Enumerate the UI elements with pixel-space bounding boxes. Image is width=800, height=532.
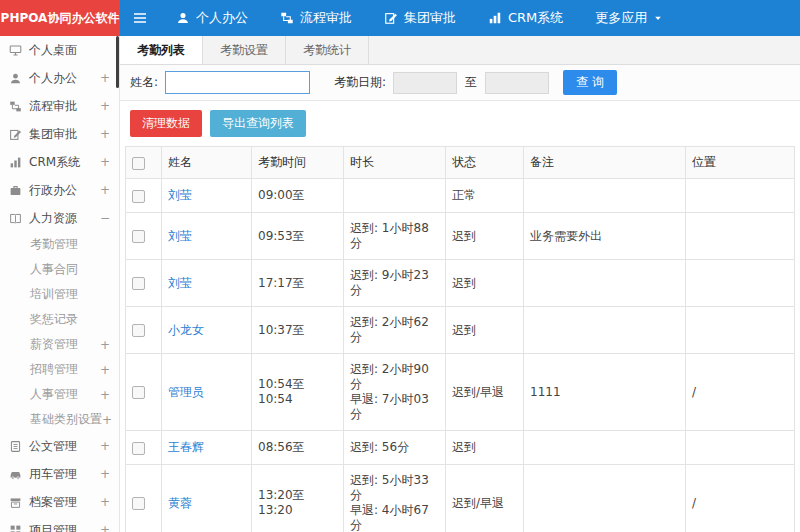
sidebar-item-group-approval[interactable]: 集团审批+	[0, 120, 119, 148]
expand-indicator: +	[100, 495, 110, 509]
column-header: 考勤时间	[252, 147, 344, 179]
sidebar-item-label: 人力资源	[29, 210, 77, 227]
sidebar-subitem-attendance-mgmt[interactable]: 考勤管理	[0, 232, 119, 257]
export-list-button[interactable]: 导出查询列表	[210, 110, 306, 137]
sidebar-subitem-salary-mgmt[interactable]: 薪资管理+	[0, 332, 119, 357]
layout: 个人桌面个人办公+流程审批+集团审批+CRM系统+行政办公+人力资源−考勤管理人…	[0, 36, 800, 532]
sidebar-item-personal-desktop[interactable]: 个人桌面	[0, 36, 119, 64]
flow-icon	[9, 100, 22, 113]
name-cell: 黄蓉	[162, 465, 252, 532]
nav-item-workflow-approval[interactable]: 流程审批	[264, 0, 368, 36]
nav-item-personal-office[interactable]: 个人办公	[160, 0, 264, 36]
row-checkbox[interactable]	[132, 190, 145, 203]
user-icon	[9, 72, 22, 85]
nav-item-more-apps[interactable]: 更多应用	[579, 0, 679, 36]
book-icon	[9, 212, 22, 225]
expand-indicator: +	[100, 155, 110, 169]
employee-name-link[interactable]: 刘莹	[168, 188, 192, 202]
name-filter-input[interactable]	[165, 71, 310, 94]
sidebar-scrollbar-thumb[interactable]	[116, 36, 119, 88]
remark-cell: 1111	[524, 354, 686, 431]
sidebar-subitem-label: 培训管理	[30, 286, 78, 303]
table-row: 黄蓉13:20至13:20迟到: 5小时33分早退: 4小时67分迟到/早退/	[126, 465, 795, 532]
sidebar-subitem-label: 人事合同	[30, 261, 78, 278]
nav-item-label: 个人办公	[196, 9, 248, 27]
sidebar-subitem-personnel-contract[interactable]: 人事合同	[0, 257, 119, 282]
date-to-input[interactable]	[485, 72, 549, 94]
sidebar-subitem-basic-category-settings[interactable]: 基础类别设置+	[0, 407, 119, 432]
row-checkbox[interactable]	[132, 497, 145, 510]
main-content: 考勤列表考勤设置考勤统计 姓名: 考勤日期: 至 查 询 清理数据 导出查询列表…	[120, 36, 800, 532]
employee-name-link[interactable]: 刘莹	[168, 276, 192, 290]
nav-item-crm-system[interactable]: CRM系统	[472, 0, 579, 36]
sidebar-item-project-mgmt[interactable]: 项目管理+	[0, 516, 119, 532]
flow-icon	[280, 11, 294, 25]
attendance-time-cell: 08:56至	[252, 431, 344, 465]
sidebar-subitem-personnel-mgmt[interactable]: 人事管理+	[0, 382, 119, 407]
attendance-time-cell: 13:20至13:20	[252, 465, 344, 532]
sidebar-item-document-mgmt[interactable]: 公文管理+	[0, 432, 119, 460]
sidebar-item-label: 个人办公	[29, 70, 77, 87]
sidebar-item-vehicle-mgmt[interactable]: 用车管理+	[0, 460, 119, 488]
tab-attendance-stats[interactable]: 考勤统计	[286, 36, 369, 64]
remark-cell	[524, 465, 686, 532]
expand-indicator: +	[100, 71, 110, 85]
table-row: 刘莹09:00至正常	[126, 179, 795, 213]
car-icon	[9, 468, 22, 481]
sidebar-item-label: 公文管理	[29, 438, 77, 455]
search-button[interactable]: 查 询	[563, 70, 617, 95]
table-header-row: 姓名考勤时间时长状态备注位置	[126, 147, 795, 179]
employee-name-link[interactable]: 王春辉	[168, 440, 204, 454]
sidebar-item-admin-office[interactable]: 行政办公+	[0, 176, 119, 204]
row-checkbox[interactable]	[132, 442, 145, 455]
name-cell: 刘莹	[162, 260, 252, 307]
menu-toggle-button[interactable]	[120, 0, 160, 36]
action-bar: 清理数据 导出查询列表	[120, 101, 800, 146]
expand-indicator: +	[100, 523, 110, 532]
clean-data-button[interactable]: 清理数据	[130, 110, 202, 137]
sidebar-item-crm-system[interactable]: CRM系统+	[0, 148, 119, 176]
name-cell: 小龙女	[162, 307, 252, 354]
chart-icon	[488, 11, 502, 25]
remark-cell	[524, 307, 686, 354]
sidebar-subitem-reward-punishment-records[interactable]: 奖惩记录	[0, 307, 119, 332]
nav-item-group-approval[interactable]: 集团审批	[368, 0, 472, 36]
expand-indicator: +	[100, 467, 110, 481]
location-cell: /	[686, 354, 795, 431]
row-checkbox[interactable]	[132, 230, 145, 243]
table-header: 姓名考勤时间时长状态备注位置	[126, 147, 795, 179]
sidebar-subitem-label: 基础类别设置	[30, 411, 102, 428]
employee-name-link[interactable]: 刘莹	[168, 229, 192, 243]
expand-indicator: +	[100, 388, 110, 402]
employee-name-link[interactable]: 小龙女	[168, 323, 204, 337]
sidebar-item-archive-mgmt[interactable]: 档案管理+	[0, 488, 119, 516]
row-checkbox[interactable]	[132, 386, 145, 399]
expand-indicator: +	[100, 127, 110, 141]
row-checkbox[interactable]	[132, 324, 145, 337]
table-body: 刘莹09:00至正常刘莹09:53至迟到: 1小时88分迟到业务需要外出刘莹17…	[126, 179, 795, 532]
tab-attendance-list[interactable]: 考勤列表	[120, 36, 203, 64]
user-icon	[176, 11, 190, 25]
sidebar-item-label: 档案管理	[29, 494, 77, 511]
sidebar-item-personal-office[interactable]: 个人办公+	[0, 64, 119, 92]
sidebar-item-human-resources[interactable]: 人力资源−	[0, 204, 119, 232]
attendance-time-cell: 10:37至	[252, 307, 344, 354]
employee-name-link[interactable]: 黄蓉	[168, 496, 192, 510]
tab-attendance-settings[interactable]: 考勤设置	[203, 36, 286, 64]
sidebar-subitem-training-mgmt[interactable]: 培训管理	[0, 282, 119, 307]
attendance-table: 姓名考勤时间时长状态备注位置 刘莹09:00至正常刘莹09:53至迟到: 1小时…	[125, 146, 795, 532]
row-checkbox[interactable]	[132, 277, 145, 290]
sidebar-subitem-label: 招聘管理	[30, 361, 78, 378]
select-all-checkbox[interactable]	[132, 157, 145, 170]
sidebar-item-workflow-approval[interactable]: 流程审批+	[0, 92, 119, 120]
remark-cell	[524, 179, 686, 213]
remark-cell	[524, 431, 686, 465]
duration-cell: 迟到: 2小时90分早退: 7小时03分	[344, 354, 446, 431]
sidebar-subitem-recruitment-mgmt[interactable]: 招聘管理+	[0, 357, 119, 382]
date-from-input[interactable]	[393, 72, 457, 94]
duration-cell: 迟到: 9小时23分	[344, 260, 446, 307]
expand-indicator: +	[100, 439, 110, 453]
sidebar-subitem-label: 考勤管理	[30, 236, 78, 253]
table-row: 小龙女10:37至迟到: 2小时62分迟到	[126, 307, 795, 354]
employee-name-link[interactable]: 管理员	[168, 385, 204, 399]
